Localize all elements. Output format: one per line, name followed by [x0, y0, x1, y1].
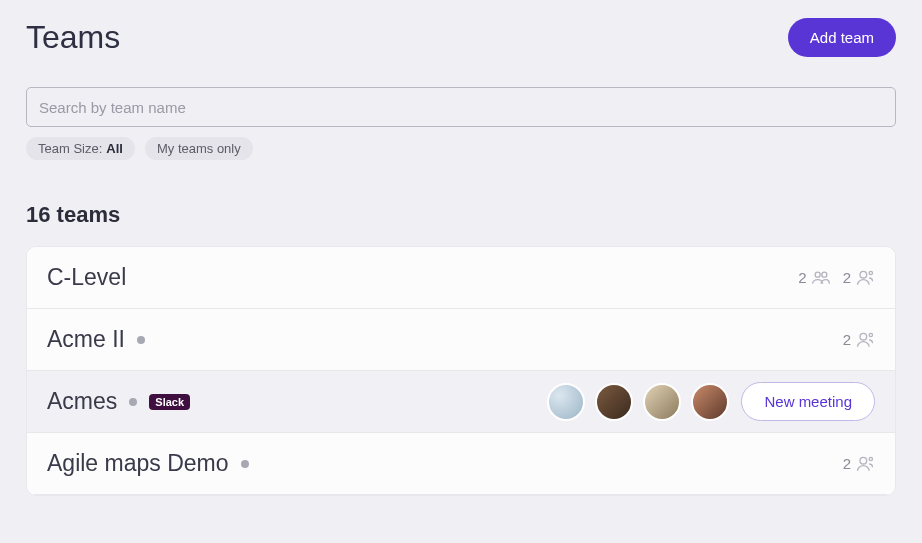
svg-point-2 — [860, 271, 867, 278]
team-row-right: 22 — [798, 268, 875, 288]
filter-label: Team Size: — [38, 141, 102, 156]
page-header: Teams Add team — [0, 0, 922, 57]
slack-badge: Slack — [149, 394, 190, 410]
team-stat: 2 — [843, 454, 875, 474]
svg-point-5 — [869, 333, 872, 336]
avatar — [547, 383, 585, 421]
team-row-left: AcmesSlack — [47, 388, 190, 415]
team-row-left: C-Level — [47, 264, 126, 291]
filter-value: All — [106, 141, 123, 156]
stat-value: 2 — [843, 455, 851, 472]
status-dot-icon — [129, 398, 137, 406]
team-row-right: New meeting — [547, 382, 875, 421]
team-row-right: 2 — [843, 330, 875, 350]
team-row[interactable]: Acme II2 — [27, 309, 895, 371]
team-row[interactable]: Agile maps Demo2 — [27, 433, 895, 495]
avatar — [691, 383, 729, 421]
team-name: Acme II — [47, 326, 125, 353]
avatar-stack — [547, 383, 729, 421]
team-row-right: 2 — [843, 454, 875, 474]
team-name: C-Level — [47, 264, 126, 291]
team-name: Acmes — [47, 388, 117, 415]
status-dot-icon — [137, 336, 145, 344]
filter-bar: Team Size: All My teams only — [0, 127, 922, 160]
filter-team-size[interactable]: Team Size: All — [26, 137, 135, 160]
team-list: C-Level22Acme II2AcmesSlackNew meetingAg… — [26, 246, 896, 496]
add-team-button[interactable]: Add team — [788, 18, 896, 57]
person-icon — [855, 268, 875, 288]
svg-point-4 — [860, 333, 867, 340]
team-row[interactable]: AcmesSlackNew meeting — [27, 371, 895, 433]
svg-point-6 — [860, 457, 867, 464]
page-title: Teams — [26, 19, 120, 56]
team-name: Agile maps Demo — [47, 450, 229, 477]
group-icon — [811, 268, 831, 288]
person-icon — [855, 454, 875, 474]
avatar — [595, 383, 633, 421]
team-row-left: Agile maps Demo — [47, 450, 249, 477]
status-dot-icon — [241, 460, 249, 468]
team-stat: 2 — [843, 330, 875, 350]
svg-point-1 — [821, 272, 826, 277]
person-icon — [855, 330, 875, 350]
stat-value: 2 — [843, 331, 851, 348]
svg-point-0 — [815, 272, 820, 277]
svg-point-3 — [869, 271, 872, 274]
team-stat: 2 — [798, 268, 830, 288]
avatar — [643, 383, 681, 421]
stat-value: 2 — [798, 269, 806, 286]
stat-value: 2 — [843, 269, 851, 286]
teams-count: 16 teams — [0, 160, 922, 246]
filter-label: My teams only — [157, 141, 241, 156]
new-meeting-button[interactable]: New meeting — [741, 382, 875, 421]
search-input[interactable] — [26, 87, 896, 127]
team-stat: 2 — [843, 268, 875, 288]
team-row-left: Acme II — [47, 326, 145, 353]
team-row[interactable]: C-Level22 — [27, 247, 895, 309]
svg-point-7 — [869, 457, 872, 460]
search-section — [0, 57, 922, 127]
filter-my-teams[interactable]: My teams only — [145, 137, 253, 160]
